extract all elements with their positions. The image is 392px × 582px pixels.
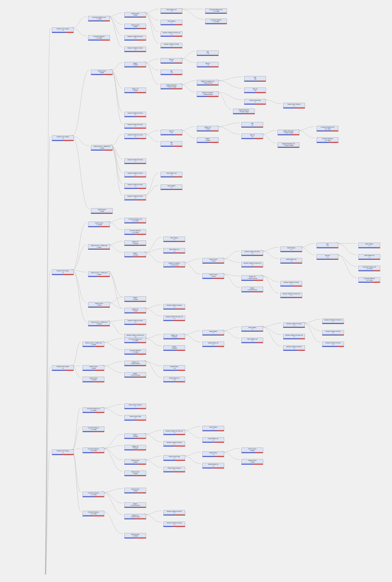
tree-node-age_not_76[interactable]: Age not = 76 <box>160 58 182 64</box>
tree-node-region_pacific2[interactable]: Region = 'Pacific' <box>197 137 218 143</box>
tree-node-age_not_37[interactable]: Age not = 37 <box>241 133 263 139</box>
tree-node-region_northam2[interactable]: Region = 'North America' <box>124 372 146 378</box>
tree-node-yearly_61100[interactable]: Yearly Income = 61100 <box>202 258 224 264</box>
tree-node-commute_10mi4[interactable]: Commute Distance = 10+ Miles <box>82 511 104 516</box>
tree-node-cars2[interactable]: Number Cars Owned = 2 <box>52 135 74 141</box>
tree-node-region_not_northam3[interactable]: Region = 'North America' <box>124 503 146 508</box>
tree-node-yearly_ge20000_lt42000[interactable]: Yearly Income >= 20000 and < 42000 <box>88 244 110 250</box>
tree-node-yearly_ge90000_lt106000[interactable]: Yearly Income >= 90000 and < 106000 <box>88 321 110 326</box>
tree-node-yearly_ge100000[interactable]: Yearly Income >= 100000 <box>88 222 110 227</box>
tree-node-english_occ[interactable]: English Occupation = 'Skilled Manual' <box>197 91 218 97</box>
tree-node-commute_5_10mi_not[interactable]: Commute Distance not = 5-10 Miles <box>124 218 146 223</box>
tree-node-cars4[interactable]: Number Cars Owned = 4 <box>52 27 74 33</box>
tree-node-n_children_at_home_2a[interactable]: Number Children At Home = 2 <box>241 250 263 256</box>
tree-node-total_children3[interactable]: Total Children = 0 <box>163 237 185 242</box>
tree-node-region_pacific[interactable]: Region = 'Pacific' <box>124 62 146 67</box>
tree-node-yearly_92000[interactable]: Yearly Income < 92000 <box>91 208 113 214</box>
tree-node-region_not_europe2[interactable]: Region not = 'Europe' <box>163 334 185 340</box>
tree-node-region_europe[interactable]: Region = 'Europe' <box>124 252 146 257</box>
tree-node-n_children_home1a[interactable]: Number Children At Home = 1 <box>280 281 302 287</box>
tree-node-english_edu_partial2[interactable]: English Education = 'Partial College' <box>233 109 255 114</box>
tree-node-commute_10mi_r[interactable]: Commute Distance = 10+ Miles <box>205 19 227 24</box>
tree-node-n_children_home5a[interactable]: Number Children At Home = 5 <box>322 330 344 336</box>
tree-node-n_children_home_not1b[interactable]: Number Children At Home not = 1 <box>163 430 185 435</box>
tree-node-age_37[interactable]: Age = 37 <box>241 122 263 128</box>
tree-node-yearly_ge42000_lt90000[interactable]: Yearly Income >= 42000 and < 90000 <box>88 271 110 277</box>
tree-node-total_children5[interactable]: Total Children = 2 <box>241 326 263 332</box>
tree-node-total_children[interactable]: Total Children = 3 <box>160 20 182 25</box>
tree-node-n_children_home3c[interactable]: Number Children At Home = 3 <box>124 112 146 117</box>
tree-node-english_edu_partial3[interactable]: English Education = 'Partial College' <box>278 130 299 135</box>
tree-node-house_owner_flag_not[interactable]: House Owner Flag not = Y <box>163 467 185 472</box>
tree-node-commute_3mi_not2[interactable]: Commute Distance not = 0-3 Miles <box>82 407 104 413</box>
tree-node-n_children_home1[interactable]: Number Children At Home = 1 <box>124 123 146 129</box>
tree-node-yearly_80460[interactable]: Yearly Income = 80460 <box>241 448 263 453</box>
tree-node-marital_S[interactable]: Marital Status = S <box>280 246 302 252</box>
tree-node-english_occ_prof[interactable]: English Occupation = 'Professional' <box>163 262 185 267</box>
tree-node-total_children_not[interactable]: Total Children not = 3 <box>160 8 182 14</box>
tree-node-commute_10mi_not3[interactable]: Commute Distance not = 10+ Miles <box>358 266 380 271</box>
tree-node-commute_10mi3[interactable]: Commute Distance = 30+ Miles <box>358 277 380 283</box>
tree-node-n_children_home_not1[interactable]: Number Children At Home not = 1 <box>322 319 344 324</box>
tree-node-english_occ_not[interactable]: English Occupation not = 'Skilled Manual… <box>197 80 218 85</box>
tree-node-yearly_98000[interactable]: Yearly Income = 98000 <box>124 24 146 29</box>
tree-node-yearly_lt26000[interactable]: Yearly Income < 26000 <box>88 302 110 308</box>
tree-node-english_edu_partial[interactable]: English Education = 'Partial College' <box>160 84 182 89</box>
tree-node-commute_1mi_not2[interactable]: Commute Distance = 0-1 Miles <box>82 427 104 432</box>
tree-node-n_children_home_not0[interactable]: Number Children At Home not = 0 <box>163 315 185 321</box>
tree-node-marital_not_Y[interactable]: Marital Status not = Y <box>202 342 224 347</box>
tree-node-marital_16[interactable]: Marital Status = 16 <box>163 365 185 371</box>
tree-node-n_children_home_not2b[interactable]: Number Children At Home not = 2 <box>283 334 305 340</box>
tree-node-yearly_ge122000[interactable]: Yearly Income >= 122000 <box>82 377 104 382</box>
tree-node-marital_not_S[interactable]: Marital Status not = S <box>280 258 302 264</box>
tree-node-region_not_northam[interactable]: Region not = 'North America' <box>241 275 263 281</box>
tree-node-marital_Y[interactable]: Marital Status = Y <box>202 330 224 336</box>
tree-node-n_children_home2[interactable]: Number Children At Home = 2 <box>124 133 146 139</box>
tree-node-english_edu_not_partial[interactable]: English Education not = 'Partial College… <box>278 142 299 148</box>
tree-node-region_pacific3[interactable]: Region = 'Pacific' <box>124 296 146 302</box>
tree-node-yearly_not_58000[interactable]: Yearly Income < 58000 <box>124 471 146 476</box>
tree-node-region_not_pacific[interactable]: Region not = 'Pacific' <box>124 87 146 93</box>
tree-node-commute_10mi_not2[interactable]: Commute Distance not = 10+ Miles <box>316 126 338 131</box>
tree-node-n_children_home2b[interactable]: Number Children At Home = 2 <box>124 158 146 164</box>
tree-node-house_flag_not[interactable]: House Owner Flag not = Y <box>124 404 146 409</box>
tree-node-n_children_home0b[interactable]: Number Children At Home = 0 <box>163 304 185 310</box>
tree-node-n_children_home3b[interactable]: Number Children At Home = 3 <box>160 43 182 48</box>
tree-node-commute_5_10mi[interactable]: Commute Distance = 5-10 Miles <box>124 229 146 235</box>
tree-node-n_children_not[interactable]: Number Children At Home not = 3 <box>160 31 182 37</box>
tree-node-marital_S2[interactable]: Marital Status = S <box>202 451 224 457</box>
tree-node-region_northam[interactable]: Region = 'North America' <box>241 287 263 292</box>
tree-node-cars3[interactable]: Number Cars Owned = 3 <box>52 365 74 371</box>
tree-node-total_children2[interactable]: Total Children = 5 <box>160 184 182 190</box>
tree-node-region_not_pacific2[interactable]: Region not = 'Pacific' <box>197 126 218 131</box>
tree-node-yearly_not_80460[interactable]: Yearly Income < 80460 <box>241 459 263 465</box>
tree-node-region_northam3[interactable]: Region not = 'North America' <box>124 514 146 520</box>
tree-node-total_children6[interactable]: Total Children = 1 <box>202 426 224 431</box>
tree-node-commute_10mi2[interactable]: Commute Distance = 10+ Miles <box>316 137 338 143</box>
tree-node-commute_1mi_not[interactable]: Commute Distance not = 1 Miles <box>88 16 110 21</box>
tree-node-n_children_home0e[interactable]: Number Children At Home = 0 <box>163 522 185 527</box>
tree-node-yearly_58000[interactable]: Yearly Income = 58000 <box>124 459 146 465</box>
tree-node-age_not_60[interactable]: Age not = 60 <box>160 130 182 135</box>
tree-node-n_children_home5[interactable]: Number Children At Home = 5 <box>124 35 146 41</box>
tree-node-age_not_55a[interactable]: Age not = 55 <box>244 87 266 93</box>
tree-node-total_children_not5[interactable]: Total Children not = 2 <box>241 338 263 343</box>
tree-node-n_children_home1_not[interactable]: Number Children At Home not = 1 <box>280 292 302 298</box>
tree-node-n_children_home3[interactable]: Number Children At Home = 3 <box>124 47 146 52</box>
tree-node-age_47[interactable]: Age = 47 <box>316 243 338 248</box>
tree-node-commute_1mi_not3[interactable]: Commute Distance = 0-1 Miles <box>82 492 104 497</box>
tree-node-region_europe2[interactable]: Region = 'Europe' <box>163 345 185 351</box>
tree-node-age_60[interactable]: Age = 60 <box>160 141 182 147</box>
tree-node-total_children_not6[interactable]: Total Children not = 1 <box>202 437 224 443</box>
tree-node-yearly_ge58000b[interactable]: Yearly Income >= 58000 <box>124 533 146 539</box>
tree-node-n_children_home0c[interactable]: Number Children At Home = 0 <box>124 319 146 325</box>
tree-node-yearly_90000[interactable]: Yearly Income = 90000 <box>124 12 146 18</box>
tree-node-marital_not_S2[interactable]: Marital Status not = S <box>202 463 224 469</box>
tree-node-commute_3mi[interactable]: Commute Distance = 1-2 Miles <box>124 349 146 355</box>
tree-node-age_not_75[interactable]: Age not = 75 <box>197 62 218 67</box>
tree-node-n_children_at_home_not2[interactable]: Number Children At Home not = 2 <box>241 262 263 267</box>
tree-node-total_children_not3[interactable]: Total Children not = 0 <box>163 248 185 254</box>
tree-node-n_children_home4[interactable]: Number Children At Home = 4 <box>124 195 146 200</box>
tree-node-age_55a[interactable]: Age = 55 <box>244 76 266 82</box>
tree-node-house_flag_y2[interactable]: House Owner Flag = Y <box>124 415 146 421</box>
